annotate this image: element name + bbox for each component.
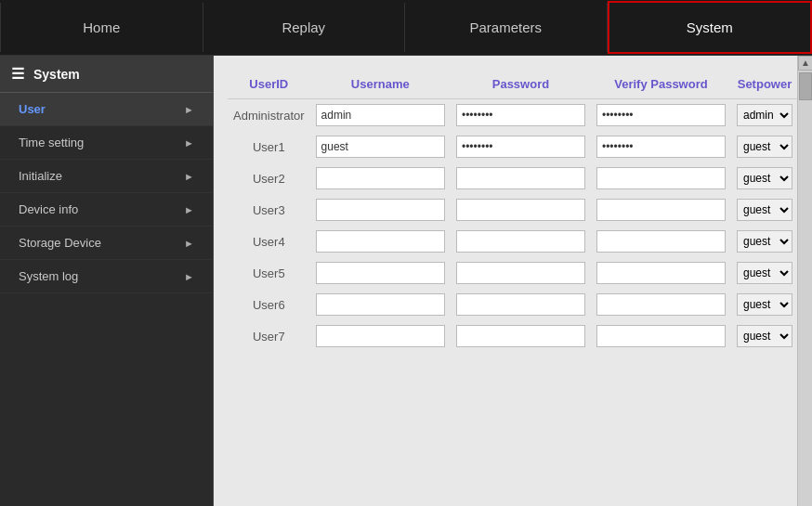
sidebar-item-storage-label: Storage Device xyxy=(19,236,101,250)
username-input[interactable] xyxy=(316,230,445,253)
nav-system[interactable]: System xyxy=(608,1,813,54)
sidebar: ☰ System User ► Time setting ► Initializ… xyxy=(0,56,214,506)
verify-password-input[interactable] xyxy=(596,230,726,253)
verify-password-cell xyxy=(591,162,731,194)
chevron-right-icon-4: ► xyxy=(184,204,194,215)
table-row: User3adminguest xyxy=(228,194,798,226)
chevron-right-icon-5: ► xyxy=(184,238,194,249)
verify-password-cell xyxy=(591,194,731,226)
nav-home[interactable]: Home xyxy=(0,3,203,52)
password-cell xyxy=(451,162,591,194)
password-input[interactable] xyxy=(456,104,585,126)
password-cell xyxy=(451,289,591,320)
scrollbar[interactable]: ▲ xyxy=(797,56,812,506)
userid-cell: User3 xyxy=(228,194,310,226)
userid-cell: User2 xyxy=(228,162,310,194)
password-cell xyxy=(451,131,591,162)
setpower-cell: adminguest xyxy=(731,289,798,320)
username-cell xyxy=(310,289,451,320)
password-input[interactable] xyxy=(456,136,585,158)
setpower-select[interactable]: adminguest xyxy=(737,293,792,316)
col-setpower: Setpower xyxy=(731,70,798,99)
sidebar-item-device-info[interactable]: Device info ► xyxy=(0,193,213,227)
table-row: User4adminguest xyxy=(228,226,798,257)
setpower-cell: adminguest xyxy=(731,320,798,352)
verify-password-input[interactable] xyxy=(596,199,726,221)
setpower-select[interactable]: adminguest xyxy=(737,325,792,347)
setpower-cell: adminguest xyxy=(731,194,798,226)
setpower-cell: adminguest xyxy=(731,257,798,289)
password-cell xyxy=(451,320,591,352)
setpower-cell: adminguest xyxy=(731,226,798,257)
username-cell xyxy=(310,226,451,257)
username-cell xyxy=(310,162,451,194)
password-cell xyxy=(451,194,591,226)
password-input[interactable] xyxy=(456,167,585,189)
user-table: UserID Username Password Verify Password… xyxy=(228,70,798,352)
setpower-select[interactable]: adminguest xyxy=(737,167,792,189)
username-cell xyxy=(310,131,451,162)
password-input[interactable] xyxy=(456,230,585,253)
password-input[interactable] xyxy=(456,199,585,221)
password-input[interactable] xyxy=(456,262,585,284)
sidebar-item-initialize[interactable]: Initialize ► xyxy=(0,160,213,193)
setpower-select[interactable]: adminguest xyxy=(737,199,792,221)
username-cell xyxy=(310,194,451,226)
username-cell xyxy=(310,320,451,352)
username-input[interactable] xyxy=(316,325,445,347)
sidebar-item-time-setting[interactable]: Time setting ► xyxy=(0,126,213,160)
chevron-right-icon-3: ► xyxy=(184,171,194,182)
username-input[interactable] xyxy=(316,136,445,158)
col-verify-password: Verify Password xyxy=(591,70,731,99)
scrollbar-thumb[interactable] xyxy=(799,72,812,100)
setpower-select[interactable]: adminguest xyxy=(737,104,792,126)
sidebar-item-system-log-label: System log xyxy=(19,269,78,283)
username-input[interactable] xyxy=(316,293,445,316)
sidebar-item-storage-device[interactable]: Storage Device ► xyxy=(0,227,213,260)
userid-cell: User4 xyxy=(228,226,310,257)
password-cell xyxy=(451,226,591,257)
sidebar-item-initialize-label: Initialize xyxy=(19,169,62,183)
username-input[interactable] xyxy=(316,104,445,126)
username-input[interactable] xyxy=(316,199,445,221)
setpower-select[interactable]: adminguest xyxy=(737,230,792,253)
setpower-select[interactable]: adminguest xyxy=(737,262,792,284)
scroll-up-arrow[interactable]: ▲ xyxy=(798,56,812,71)
top-navigation: Home Replay Parameters System xyxy=(0,0,812,56)
userid-cell: Administrator xyxy=(228,99,310,132)
userid-cell: User1 xyxy=(228,131,310,162)
password-input[interactable] xyxy=(456,325,585,347)
table-row: User1adminguest xyxy=(228,131,798,162)
userid-cell: User7 xyxy=(228,320,310,352)
verify-password-input[interactable] xyxy=(596,104,726,126)
setpower-cell: adminguest xyxy=(731,99,798,132)
sidebar-item-user[interactable]: User ► xyxy=(0,93,213,126)
setpower-cell: adminguest xyxy=(731,162,798,194)
verify-password-input[interactable] xyxy=(596,167,726,189)
nav-replay[interactable]: Replay xyxy=(203,3,406,52)
col-password: Password xyxy=(451,70,591,99)
col-userid: UserID xyxy=(228,70,310,99)
sidebar-item-system-log[interactable]: System log ► xyxy=(0,260,213,293)
userid-cell: User5 xyxy=(228,257,310,289)
table-row: User2adminguest xyxy=(228,162,798,194)
verify-password-cell xyxy=(591,131,731,162)
verify-password-input[interactable] xyxy=(596,293,726,316)
verify-password-cell xyxy=(591,257,731,289)
table-row: User6adminguest xyxy=(228,289,798,320)
table-row: User5adminguest xyxy=(228,257,798,289)
table-row: User7adminguest xyxy=(228,320,798,352)
userid-cell: User6 xyxy=(228,289,310,320)
verify-password-input[interactable] xyxy=(596,136,726,158)
setpower-select[interactable]: adminguest xyxy=(737,136,792,158)
nav-parameters[interactable]: Parameters xyxy=(405,3,608,52)
password-input[interactable] xyxy=(456,293,585,316)
username-cell xyxy=(310,257,451,289)
verify-password-input[interactable] xyxy=(596,262,726,284)
username-input[interactable] xyxy=(316,167,445,189)
verify-password-cell xyxy=(591,226,731,257)
verify-password-input[interactable] xyxy=(596,325,726,347)
chevron-right-icon: ► xyxy=(184,104,194,115)
username-input[interactable] xyxy=(316,262,445,284)
menu-icon: ☰ xyxy=(11,65,24,83)
